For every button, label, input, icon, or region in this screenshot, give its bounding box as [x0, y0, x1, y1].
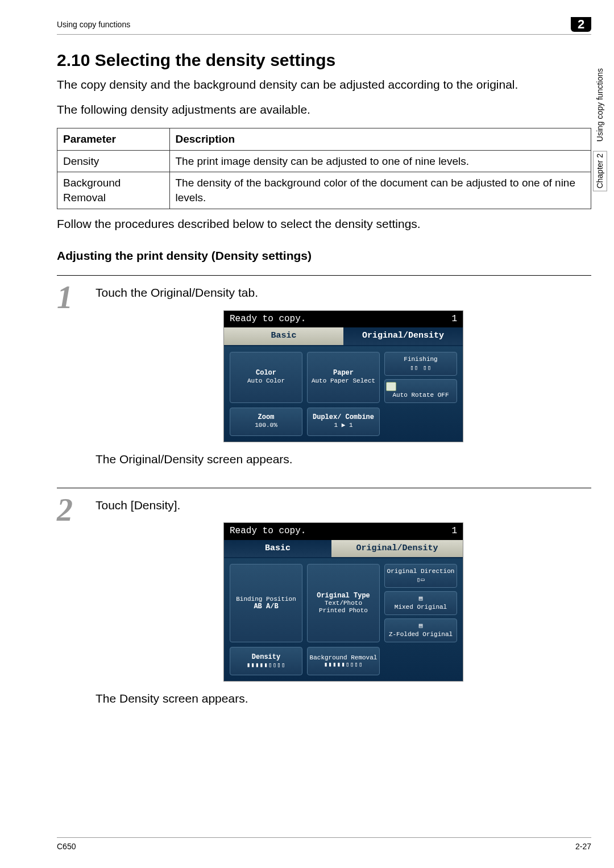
rotate-icon [386, 382, 396, 391]
step-2-text: Touch [Density]. [96, 497, 591, 513]
th-parameter: Parameter [57, 128, 170, 151]
binding-position-button[interactable]: Binding PositionAB A/B [230, 564, 302, 642]
follow-text: Follow the procedures described below to… [57, 216, 591, 232]
step-2-number: 2 [57, 497, 85, 716]
step-1-after: The Original/Density screen appears. [96, 451, 591, 467]
panel2-status: Ready to copy. [230, 525, 306, 538]
tab-original-density[interactable]: Original/Density [343, 327, 463, 346]
density-button[interactable]: Density▮▮▮▮▮▯▯▯▯ [230, 647, 302, 675]
side-section: Using copy functions [595, 68, 604, 142]
original-direction-button[interactable]: Original Direction▯▭ [384, 564, 457, 588]
footer-model: C650 [57, 841, 76, 852]
tab-basic-2[interactable]: Basic [224, 540, 331, 558]
footer-page: 2-27 [575, 841, 591, 852]
tab-original-density-2[interactable]: Original/Density [331, 540, 463, 558]
header-breadcrumb: Using copy functions [57, 19, 130, 30]
step-1: 1 Touch the Original/Density tab. Ready … [57, 275, 591, 476]
td-bgremoval-desc: The density of the background color of t… [169, 172, 591, 209]
step-2: 2 Touch [Density]. Ready to copy. 1 Basi… [57, 488, 591, 716]
original-type-button[interactable]: Original TypeText/PhotoPrinted Photo [307, 564, 380, 642]
intro-1: The copy density and the background dens… [57, 77, 591, 93]
side-chapter: Chapter 2 [593, 151, 607, 191]
panel1-status: Ready to copy. [230, 313, 306, 326]
step-1-text: Touch the Original/Density tab. [96, 285, 591, 301]
th-description: Description [169, 128, 591, 151]
page-footer: C650 2-27 [57, 837, 591, 852]
copier-panel-2: Ready to copy. 1 Basic Original/Density … [223, 522, 463, 682]
tab-basic[interactable]: Basic [224, 327, 343, 346]
panel1-count: 1 [451, 313, 457, 326]
finishing-button[interactable]: Finishing▯▯ ▯▯ [384, 352, 457, 376]
td-density-desc: The print image density can be adjusted … [169, 150, 591, 172]
td-density: Density [57, 150, 170, 172]
color-button[interactable]: ColorAuto Color [230, 352, 302, 403]
chapter-badge: 2 [571, 17, 591, 32]
zoom-button[interactable]: Zoom100.0% [230, 408, 302, 436]
copier-panel-1: Ready to copy. 1 Basic Original/Density … [223, 310, 463, 442]
subsection-title: Adjusting the print density (Density set… [57, 248, 591, 264]
mixed-original-button[interactable]: ▤Mixed Original [384, 591, 457, 615]
section-title: 2.10 Selecting the density settings [57, 49, 591, 72]
paper-button[interactable]: PaperAuto Paper Select [307, 352, 380, 403]
page-header: Using copy functions 2 [57, 17, 591, 35]
direction-icon: ▯▭ [386, 576, 455, 584]
doc-icon: ▤ [386, 595, 455, 603]
autorotate-button[interactable]: Auto Rotate OFF [384, 379, 457, 403]
density-table: ParameterDescription DensityThe print im… [57, 128, 591, 209]
side-label: Chapter 2 Using copy functions [593, 68, 607, 192]
intro-2: The following density adjustments are av… [57, 102, 591, 118]
td-bgremoval: Background Removal [57, 172, 170, 209]
zfolded-button[interactable]: ▤Z-Folded Original [384, 618, 457, 642]
duplex-button[interactable]: Duplex/ Combine1 ▶ 1 [307, 408, 380, 436]
step-2-after: The Density screen appears. [96, 691, 591, 707]
step-1-number: 1 [57, 285, 85, 476]
bg-removal-button[interactable]: Background Removal▮▮▮▮▮▯▯▯▯ [307, 647, 380, 675]
panel2-count: 1 [451, 525, 457, 538]
fold-icon: ▤ [386, 622, 455, 630]
